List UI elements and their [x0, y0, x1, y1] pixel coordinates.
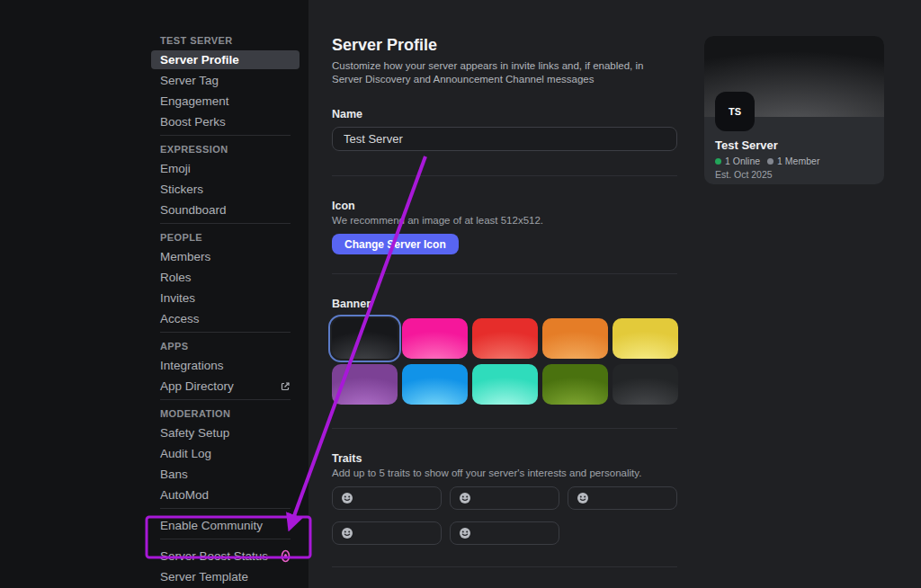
divider	[332, 273, 677, 274]
server-avatar: TS	[715, 92, 755, 131]
sidebar-section-header-test-server: TEST SERVER	[160, 34, 300, 47]
sidebar-item-label: Safety Setup	[160, 423, 229, 442]
trait-slot-3[interactable]	[568, 486, 677, 510]
divider	[332, 428, 677, 429]
banner-swatch-purple[interactable]	[332, 364, 398, 405]
sidebar-item-roles[interactable]: Roles	[151, 268, 300, 287]
sidebar-item-label: Integrations	[160, 356, 224, 375]
sidebar-divider	[160, 135, 291, 136]
sidebar-item-engagement[interactable]: Engagement	[151, 92, 300, 111]
sidebar-item-invites[interactable]: Invites	[151, 289, 300, 307]
sidebar-item-label: Stickers	[160, 180, 203, 199]
banner-swatch-dark[interactable]	[332, 318, 398, 359]
traits-help-text: Add up to 5 traits to show off your serv…	[332, 468, 677, 478]
sidebar-item-enable-community[interactable]: Enable Community	[151, 516, 300, 535]
sidebar-item-label: Enable Community	[160, 516, 263, 535]
divider	[332, 175, 677, 176]
server-profile-content: Server Profile Customize how your server…	[332, 0, 677, 588]
banner-swatch-orange[interactable]	[542, 318, 608, 359]
banner-swatch-yellow[interactable]	[613, 318, 678, 359]
sidebar-item-server-boost-status[interactable]: Server Boost Status	[151, 547, 300, 566]
trait-slot-4[interactable]	[332, 521, 442, 545]
sidebar-divider	[160, 223, 291, 224]
settings-nav: TEST SERVERServer ProfileServer TagEngag…	[151, 0, 300, 588]
member-count: 1 Member	[777, 156, 819, 166]
smiley-icon	[577, 492, 589, 504]
online-status-dot	[715, 158, 721, 165]
settings-main-panel: Server Profile Customize how your server…	[308, 0, 921, 588]
sidebar-item-members[interactable]: Members	[151, 247, 300, 266]
smiley-icon	[341, 492, 353, 504]
sidebar-item-emoji[interactable]: Emoji	[151, 159, 300, 178]
sidebar-item-soundboard[interactable]: Soundboard	[151, 200, 300, 219]
sidebar-item-label: Server Boost Status	[160, 547, 268, 566]
smiley-icon	[459, 492, 471, 504]
trait-slot-1[interactable]	[332, 486, 442, 510]
member-status-dot	[767, 158, 773, 165]
preview-server-status: 1 Online 1 Member	[715, 156, 873, 166]
sidebar-item-integrations[interactable]: Integrations	[151, 356, 300, 375]
external-link-icon	[280, 381, 291, 392]
settings-sidebar: TEST SERVERServer ProfileServer TagEngag…	[0, 0, 308, 588]
sidebar-item-label: Server Profile	[160, 50, 239, 69]
sidebar-item-label: Server Tag	[160, 71, 219, 90]
page-subtitle: Customize how your server appears in inv…	[332, 59, 675, 86]
preview-server-name: Test Server	[715, 138, 873, 152]
sidebar-section-header-expression: EXPRESSION	[160, 143, 300, 156]
sidebar-item-automod[interactable]: AutoMod	[151, 486, 300, 504]
icon-label: Icon	[332, 200, 677, 212]
traits-label: Traits	[332, 452, 677, 465]
sidebar-item-label: App Directory	[160, 377, 234, 396]
banner-swatch-teal[interactable]	[472, 364, 538, 405]
server-preview-card: TS Test Server 1 Online 1 Member Est. Oc…	[704, 36, 884, 184]
sidebar-item-label: Members	[160, 247, 210, 266]
sidebar-divider	[160, 539, 291, 539]
sidebar-item-bans[interactable]: Bans	[151, 465, 300, 484]
smiley-icon	[341, 527, 353, 539]
sidebar-item-server-tag[interactable]: Server Tag	[151, 71, 300, 90]
sidebar-item-label: Engagement	[160, 92, 229, 111]
sidebar-item-label: Audit Log	[160, 444, 211, 463]
change-server-icon-button[interactable]: Change Server Icon	[332, 234, 459, 254]
sidebar-item-audit-log[interactable]: Audit Log	[151, 444, 300, 463]
server-established-date: Est. Oct 2025	[715, 169, 873, 180]
sidebar-item-access[interactable]: Access	[151, 309, 300, 328]
divider	[332, 566, 677, 567]
banner-swatch-pink[interactable]	[402, 318, 468, 359]
server-name-input[interactable]	[332, 127, 677, 151]
trait-slot-2[interactable]	[450, 486, 559, 510]
sidebar-item-server-template[interactable]: Server Template	[151, 567, 300, 586]
sidebar-divider	[160, 508, 291, 509]
sidebar-divider	[160, 399, 291, 400]
banner-color-grid	[332, 318, 677, 405]
sidebar-section-header-moderation: MODERATION	[160, 407, 300, 420]
sidebar-divider	[160, 332, 291, 333]
banner-swatch-blue[interactable]	[402, 364, 468, 405]
sidebar-item-label: Server Template	[160, 567, 248, 586]
page-title: Server Profile	[332, 36, 677, 55]
smiley-icon	[459, 527, 471, 539]
sidebar-item-label: AutoMod	[160, 486, 209, 504]
name-label: Name	[332, 108, 677, 120]
boost-gem-icon	[281, 549, 291, 563]
sidebar-item-label: Invites	[160, 289, 195, 307]
sidebar-item-stickers[interactable]: Stickers	[151, 180, 300, 199]
preview-card-body: Test Server 1 Online 1 Member Est. Oct 2…	[715, 138, 873, 180]
banner-swatch-red[interactable]	[472, 318, 538, 359]
sidebar-item-label: Soundboard	[160, 200, 227, 219]
banner-swatch-green[interactable]	[542, 364, 608, 405]
sidebar-section-header-apps: APPS	[160, 340, 300, 352]
trait-slot-5[interactable]	[450, 521, 559, 545]
sidebar-item-server-profile[interactable]: Server Profile	[151, 50, 300, 69]
sidebar-item-boost-perks[interactable]: Boost Perks	[151, 112, 300, 131]
banner-label: Banner	[332, 298, 677, 310]
sidebar-item-app-directory[interactable]: App Directory	[151, 377, 300, 396]
banner-swatch-gray[interactable]	[613, 364, 678, 405]
sidebar-item-label: Bans	[160, 465, 188, 484]
sidebar-item-label: Emoji	[160, 159, 191, 178]
sidebar-section-header-people: PEOPLE	[160, 231, 300, 244]
sidebar-item-safety-setup[interactable]: Safety Setup	[151, 423, 300, 442]
sidebar-item-label: Boost Perks	[160, 112, 226, 131]
sidebar-item-label: Access	[160, 309, 200, 328]
traits-grid	[332, 486, 677, 545]
